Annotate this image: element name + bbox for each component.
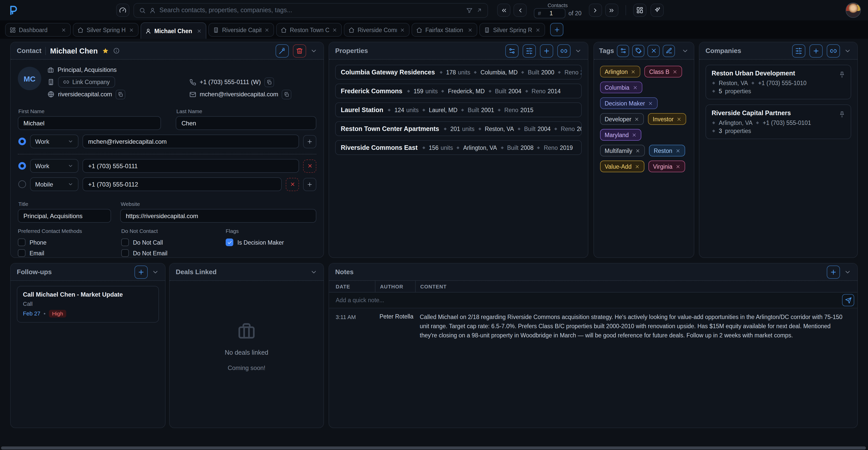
quick-note-input[interactable] xyxy=(336,297,842,303)
last-name-input[interactable] xyxy=(176,116,317,130)
layout-button[interactable] xyxy=(633,4,646,17)
tab[interactable]: Silver Spring Heig xyxy=(73,23,138,37)
add-followup-button[interactable] xyxy=(134,265,148,278)
primary-phone-radio[interactable] xyxy=(18,162,26,170)
tag-remove-icon[interactable] xyxy=(631,69,636,74)
tag-remove-icon[interactable] xyxy=(636,148,641,153)
add-note-button[interactable] xyxy=(827,265,840,278)
tab-close-icon[interactable] xyxy=(61,27,66,32)
user-avatar[interactable] xyxy=(845,3,861,18)
collapse-chevron-icon[interactable] xyxy=(152,268,159,275)
primary-email-radio[interactable] xyxy=(18,138,26,145)
add-phone-button[interactable] xyxy=(303,178,316,191)
email-type-select[interactable]: Work xyxy=(30,134,79,148)
tag-remove-icon[interactable] xyxy=(676,164,681,169)
collapse-chevron-icon[interactable] xyxy=(310,47,317,54)
add-email-button[interactable] xyxy=(303,135,316,148)
search-input[interactable] xyxy=(159,7,463,14)
tab-close-icon[interactable] xyxy=(468,27,473,32)
tags-settings-button[interactable] xyxy=(617,44,629,57)
tag-chip[interactable]: Arlington xyxy=(600,66,641,78)
tab[interactable]: Reston Town Cen xyxy=(276,23,342,37)
copy-email-button[interactable] xyxy=(282,89,291,99)
favorite-star-icon[interactable] xyxy=(102,47,109,54)
tag-chip[interactable]: Value-Add xyxy=(600,160,644,172)
tab-close-icon[interactable] xyxy=(535,27,540,32)
tag-chip[interactable]: Reston xyxy=(649,145,685,156)
first-name-input[interactable] xyxy=(18,116,161,130)
companies-filter-button[interactable] xyxy=(792,44,805,57)
checkbox[interactable] xyxy=(226,239,233,246)
tab[interactable]: Silver Spring Resi xyxy=(479,23,545,37)
scrollbar-thumb[interactable] xyxy=(1,446,866,449)
phone-input[interactable] xyxy=(83,159,299,173)
tag-remove-icon[interactable] xyxy=(632,132,637,137)
pin-icon[interactable] xyxy=(838,71,845,78)
tag-chip[interactable]: Multifamily xyxy=(600,145,645,156)
tab[interactable]: Riverside Capital xyxy=(208,23,274,37)
delete-contact-button[interactable] xyxy=(293,44,306,57)
tag-remove-icon[interactable] xyxy=(635,164,640,169)
tag-remove-icon[interactable] xyxy=(676,148,681,153)
checkbox[interactable] xyxy=(121,249,129,257)
properties-settings-button[interactable] xyxy=(505,44,519,57)
followup-card[interactable]: Call Michael Chen - Market Update Call F… xyxy=(17,286,159,322)
properties-filter-button[interactable] xyxy=(523,44,536,57)
record-number-box[interactable]: # xyxy=(534,8,565,18)
first-record-button[interactable] xyxy=(497,4,510,17)
send-note-button[interactable] xyxy=(842,294,854,306)
phone-input[interactable] xyxy=(83,177,282,191)
global-search[interactable] xyxy=(133,3,488,18)
checkbox-option[interactable]: Do Not Call xyxy=(121,237,226,248)
company-card[interactable]: Reston Urban Development Reston, VA +1 (… xyxy=(706,65,851,99)
info-icon[interactable] xyxy=(113,48,120,54)
last-record-button[interactable] xyxy=(605,4,618,17)
collapse-chevron-icon[interactable] xyxy=(682,47,689,54)
checkbox-option[interactable]: Is Decision Maker xyxy=(226,237,316,248)
tab-close-icon[interactable] xyxy=(129,27,134,32)
tab[interactable]: Dashboard xyxy=(5,23,71,37)
tag-chip[interactable]: Columbia xyxy=(600,82,642,93)
copy-phone-button[interactable] xyxy=(265,77,274,87)
property-row[interactable]: Riverside Commons East 156units Arlingto… xyxy=(335,140,582,155)
ai-assist-button[interactable] xyxy=(650,4,663,17)
horizontal-scrollbar[interactable] xyxy=(0,446,868,450)
expand-search-icon[interactable] xyxy=(476,7,483,13)
pin-icon[interactable] xyxy=(838,111,845,118)
tag-chip[interactable]: Decision Maker xyxy=(600,97,658,109)
add-company-button[interactable] xyxy=(809,44,823,57)
filter-funnel-icon[interactable] xyxy=(466,7,473,13)
tag-chip[interactable]: Investor xyxy=(648,113,686,125)
checkbox[interactable] xyxy=(18,239,26,246)
tab-close-icon[interactable] xyxy=(197,28,202,33)
collapse-chevron-icon[interactable] xyxy=(575,47,582,54)
collapse-chevron-icon[interactable] xyxy=(844,47,851,54)
tab[interactable]: Fairfax Station Lo xyxy=(411,23,477,37)
tag-chip[interactable]: Developer xyxy=(600,113,644,125)
prev-record-button[interactable] xyxy=(514,4,527,17)
tab-close-icon[interactable] xyxy=(265,27,270,32)
tag-chip[interactable]: Maryland xyxy=(600,129,642,141)
new-tab-button[interactable] xyxy=(550,23,563,36)
tab-close-icon[interactable] xyxy=(400,27,405,32)
company-card[interactable]: Riverside Capital Partners Arlington, VA… xyxy=(706,104,851,139)
remove-phone-button[interactable] xyxy=(303,159,316,173)
record-number-input[interactable] xyxy=(544,10,559,16)
checkbox-option[interactable]: Do Not Email xyxy=(121,248,226,258)
link-company-button[interactable] xyxy=(827,44,840,57)
link-property-button[interactable] xyxy=(557,44,570,57)
tab[interactable]: Riverside Commo xyxy=(344,23,409,37)
tag-remove-icon[interactable] xyxy=(648,101,653,106)
tag-chip[interactable]: Class B xyxy=(645,66,682,78)
property-row[interactable]: Reston Town Center Apartments 201units R… xyxy=(335,121,582,136)
checkbox[interactable] xyxy=(121,239,129,246)
edit-tags-button[interactable] xyxy=(663,44,675,57)
manage-tags-button[interactable] xyxy=(632,44,645,57)
note-row[interactable]: 3:11 AM Peter Rotella Called Michael on … xyxy=(329,308,857,345)
property-row[interactable]: Laurel Station 124units Laurel, MD Built… xyxy=(335,102,582,117)
checkbox-option[interactable]: Phone xyxy=(18,237,121,248)
collapse-chevron-icon[interactable] xyxy=(844,268,851,275)
gauge-button[interactable] xyxy=(116,4,129,17)
checkbox[interactable] xyxy=(18,249,26,257)
enrich-button[interactable] xyxy=(276,44,289,57)
